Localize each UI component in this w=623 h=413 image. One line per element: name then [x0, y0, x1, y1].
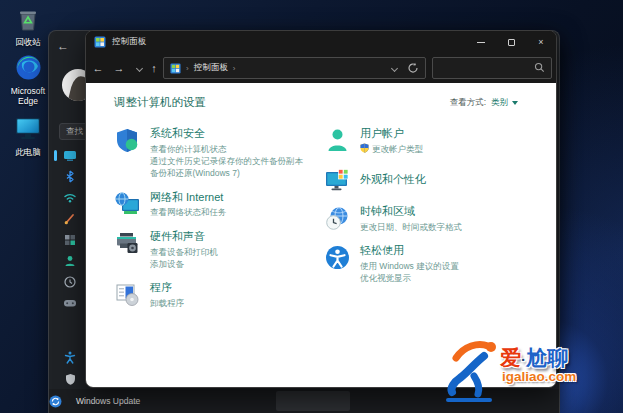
- sidebar-item-apps[interactable]: [55, 229, 85, 250]
- control-panel-icon: [94, 36, 106, 48]
- sidebar-item-network[interactable]: [55, 187, 85, 208]
- category-hardware-sound: 硬件和声音 查看设备和打印机 添加设备: [114, 230, 314, 270]
- windows-update-label: Windows Update: [76, 396, 140, 406]
- category-title[interactable]: 网络和 Internet: [150, 191, 227, 205]
- accessibility-circle-icon[interactable]: [324, 244, 351, 271]
- sidebar-item-accessibility[interactable]: [55, 347, 85, 368]
- control-panel-icon: [170, 63, 181, 74]
- chevron-down-icon: [135, 64, 142, 71]
- sidebar-item-personalization[interactable]: [55, 208, 85, 229]
- navigation-toolbar: ← → ↑ › 控制面板 ›: [86, 53, 556, 83]
- category-ease-of-access: 轻松使用 使用 Windows 建议的设置 优化视觉显示: [324, 244, 534, 284]
- close-icon: ×: [538, 37, 543, 47]
- back-arrow-icon: ←: [93, 62, 104, 74]
- breadcrumb-chevron-icon: ›: [186, 64, 189, 73]
- forward-button[interactable]: →: [111, 53, 127, 83]
- up-button[interactable]: ↑: [146, 53, 162, 83]
- maximize-button[interactable]: [496, 31, 526, 53]
- sidebar-item-system[interactable]: [55, 145, 85, 166]
- selected-indicator: [54, 150, 57, 161]
- up-arrow-icon: ↑: [151, 62, 157, 74]
- category-title[interactable]: 外观和个性化: [360, 173, 426, 187]
- categories-left-column: 系统和安全 查看你的计算机状态 通过文件历史记录保存你的文件备份副本 备份和还原…: [114, 127, 314, 320]
- security-shield-icon[interactable]: [114, 127, 141, 154]
- recycle-bin-icon: [0, 6, 56, 35]
- category-title[interactable]: 用户帐户: [360, 127, 423, 141]
- forward-arrow-icon: →: [114, 62, 125, 74]
- page-title: 调整计算机的设置: [114, 95, 206, 110]
- sidebar-item-privacy[interactable]: [55, 368, 85, 389]
- settings-sidebar: [55, 145, 85, 389]
- window-controls: ×: [466, 31, 556, 53]
- category-title[interactable]: 系统和安全: [150, 127, 303, 141]
- privacy-shield-icon: [65, 373, 76, 385]
- category-title[interactable]: 轻松使用: [360, 244, 459, 258]
- maximize-icon: [508, 39, 515, 46]
- uac-shield-icon: [360, 143, 369, 156]
- control-panel-window: 控制面板 × ← → ↑ › 控制面板 ›: [85, 30, 557, 388]
- search-box[interactable]: [432, 57, 552, 79]
- gaming-gamepad-icon: [63, 298, 77, 308]
- sidebar-item-gaming[interactable]: [55, 292, 85, 313]
- watermark: 爱·尬聊 igaliao.com: [444, 336, 623, 408]
- category-link[interactable]: 查看网络状态和任务: [150, 206, 227, 218]
- watermark-logo-runner-icon: [444, 338, 504, 404]
- address-bar[interactable]: › 控制面板 ›: [163, 57, 426, 79]
- category-title[interactable]: 时钟和区域: [360, 205, 462, 219]
- search-icon: [534, 62, 545, 73]
- back-arrow-icon[interactable]: ←: [57, 39, 69, 53]
- caret-down-icon[interactable]: [512, 101, 518, 105]
- monitor-tiles-icon[interactable]: [324, 167, 351, 194]
- network-globe-monitor-icon[interactable]: [114, 191, 141, 218]
- printer-speaker-icon[interactable]: [114, 230, 141, 257]
- personalization-brush-icon: [64, 213, 76, 225]
- category-link[interactable]: 使用 Windows 建议的设置: [360, 260, 459, 272]
- breadcrumb-chevron-icon[interactable]: ›: [233, 64, 236, 73]
- view-by-value[interactable]: 类别: [491, 97, 508, 109]
- recent-pages-button[interactable]: [131, 53, 147, 83]
- address-dropdown-icon[interactable]: [391, 64, 398, 71]
- sidebar-item-accounts[interactable]: [55, 250, 85, 271]
- user-silhouette-icon[interactable]: [324, 127, 351, 154]
- apps-icon: [64, 234, 76, 246]
- accessibility-icon: [64, 351, 76, 364]
- category-title[interactable]: 硬件和声音: [150, 230, 218, 244]
- close-button[interactable]: ×: [526, 31, 556, 53]
- category-link[interactable]: 更改帐户类型: [360, 143, 423, 156]
- sidebar-item-bluetooth[interactable]: [55, 166, 85, 187]
- category-clock-region: 时钟和区域 更改日期、时间或数字格式: [324, 205, 534, 233]
- category-programs: 程序 卸载程序: [114, 281, 314, 309]
- window-title: 控制面板: [112, 36, 146, 48]
- time-clock-icon: [64, 276, 76, 288]
- category-link[interactable]: 优化视觉显示: [360, 272, 459, 284]
- categories-right-column: 用户帐户 更改帐户类型: [324, 127, 534, 296]
- category-link[interactable]: 备份和还原(Windows 7): [150, 167, 303, 179]
- category-link[interactable]: 查看设备和打印机: [150, 246, 218, 258]
- view-by-control: 查看方式: 类别: [450, 97, 518, 109]
- view-by-label: 查看方式:: [450, 97, 486, 109]
- category-appearance-personalization: 外观和个性化: [324, 167, 534, 194]
- minimize-icon: [477, 42, 485, 43]
- category-link[interactable]: 通过文件历史记录保存你的文件备份副本: [150, 155, 303, 167]
- category-user-accounts: 用户帐户 更改帐户类型: [324, 127, 534, 156]
- bluetooth-icon: [64, 170, 76, 183]
- wifi-icon: [63, 192, 77, 203]
- watermark-site: igaliao.com: [502, 369, 576, 384]
- display-icon: [63, 150, 77, 162]
- program-disc-icon[interactable]: [114, 281, 141, 308]
- sidebar-item-time-language[interactable]: [55, 271, 85, 292]
- title-bar[interactable]: 控制面板 ×: [86, 31, 556, 53]
- category-link[interactable]: 卸载程序: [150, 297, 184, 309]
- category-title[interactable]: 程序: [150, 281, 184, 295]
- minimize-button[interactable]: [466, 31, 496, 53]
- breadcrumb[interactable]: 控制面板: [194, 62, 228, 74]
- category-link[interactable]: 添加设备: [150, 258, 218, 270]
- category-link[interactable]: 查看你的计算机状态: [150, 143, 303, 155]
- accounts-person-icon: [64, 255, 76, 267]
- refresh-icon[interactable]: [407, 62, 419, 74]
- category-system-security: 系统和安全 查看你的计算机状态 通过文件历史记录保存你的文件备份副本 备份和还原…: [114, 127, 314, 180]
- globe-clock-icon[interactable]: [324, 205, 351, 232]
- back-button[interactable]: ←: [90, 53, 106, 83]
- category-link[interactable]: 更改日期、时间或数字格式: [360, 221, 462, 233]
- settings-content-fragment: [276, 391, 350, 411]
